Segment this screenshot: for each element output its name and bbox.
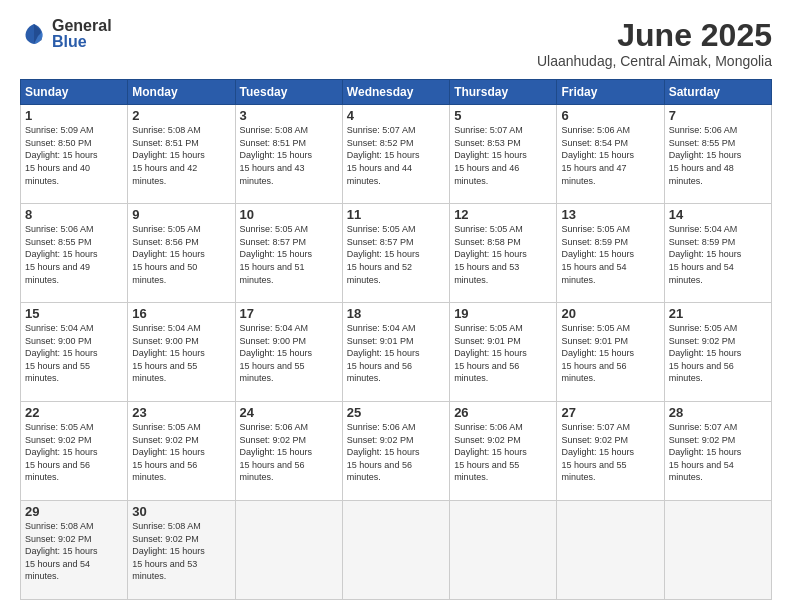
day-number: 4	[347, 108, 445, 123]
calendar-day-cell: 22Sunrise: 5:05 AMSunset: 9:02 PMDayligh…	[21, 402, 128, 501]
calendar-week-row: 29Sunrise: 5:08 AMSunset: 9:02 PMDayligh…	[21, 501, 772, 600]
calendar-day-cell: 28Sunrise: 5:07 AMSunset: 9:02 PMDayligh…	[664, 402, 771, 501]
weekday-header-friday: Friday	[557, 80, 664, 105]
day-info: Sunrise: 5:05 AMSunset: 8:57 PMDaylight:…	[347, 223, 445, 286]
weekday-header-row: SundayMondayTuesdayWednesdayThursdayFrid…	[21, 80, 772, 105]
day-number: 29	[25, 504, 123, 519]
day-number: 27	[561, 405, 659, 420]
day-number: 20	[561, 306, 659, 321]
calendar-day-cell: 17Sunrise: 5:04 AMSunset: 9:00 PMDayligh…	[235, 303, 342, 402]
day-info: Sunrise: 5:07 AMSunset: 9:02 PMDaylight:…	[561, 421, 659, 484]
calendar-day-cell: 23Sunrise: 5:05 AMSunset: 9:02 PMDayligh…	[128, 402, 235, 501]
weekday-header-saturday: Saturday	[664, 80, 771, 105]
day-info: Sunrise: 5:05 AMSunset: 9:02 PMDaylight:…	[669, 322, 767, 385]
day-info: Sunrise: 5:04 AMSunset: 9:00 PMDaylight:…	[25, 322, 123, 385]
calendar-day-cell: 14Sunrise: 5:04 AMSunset: 8:59 PMDayligh…	[664, 204, 771, 303]
weekday-header-wednesday: Wednesday	[342, 80, 449, 105]
weekday-header-monday: Monday	[128, 80, 235, 105]
day-number: 14	[669, 207, 767, 222]
day-number: 26	[454, 405, 552, 420]
calendar-day-cell: 27Sunrise: 5:07 AMSunset: 9:02 PMDayligh…	[557, 402, 664, 501]
weekday-header-sunday: Sunday	[21, 80, 128, 105]
logo-text: General Blue	[52, 18, 112, 50]
calendar-week-row: 1Sunrise: 5:09 AMSunset: 8:50 PMDaylight…	[21, 105, 772, 204]
calendar-day-cell: 25Sunrise: 5:06 AMSunset: 9:02 PMDayligh…	[342, 402, 449, 501]
day-number: 6	[561, 108, 659, 123]
day-info: Sunrise: 5:05 AMSunset: 8:57 PMDaylight:…	[240, 223, 338, 286]
location-subtitle: Ulaanhudag, Central Aimak, Mongolia	[537, 53, 772, 69]
day-number: 11	[347, 207, 445, 222]
day-info: Sunrise: 5:05 AMSunset: 8:59 PMDaylight:…	[561, 223, 659, 286]
day-info: Sunrise: 5:08 AMSunset: 8:51 PMDaylight:…	[132, 124, 230, 187]
calendar-day-cell: 12Sunrise: 5:05 AMSunset: 8:58 PMDayligh…	[450, 204, 557, 303]
day-info: Sunrise: 5:06 AMSunset: 9:02 PMDaylight:…	[240, 421, 338, 484]
day-info: Sunrise: 5:06 AMSunset: 9:02 PMDaylight:…	[454, 421, 552, 484]
day-info: Sunrise: 5:08 AMSunset: 8:51 PMDaylight:…	[240, 124, 338, 187]
calendar-week-row: 8Sunrise: 5:06 AMSunset: 8:55 PMDaylight…	[21, 204, 772, 303]
day-info: Sunrise: 5:08 AMSunset: 9:02 PMDaylight:…	[132, 520, 230, 583]
day-number: 3	[240, 108, 338, 123]
calendar-table: SundayMondayTuesdayWednesdayThursdayFrid…	[20, 79, 772, 600]
day-number: 7	[669, 108, 767, 123]
day-number: 25	[347, 405, 445, 420]
calendar-day-cell: 26Sunrise: 5:06 AMSunset: 9:02 PMDayligh…	[450, 402, 557, 501]
day-info: Sunrise: 5:05 AMSunset: 8:56 PMDaylight:…	[132, 223, 230, 286]
day-info: Sunrise: 5:08 AMSunset: 9:02 PMDaylight:…	[25, 520, 123, 583]
weekday-header-thursday: Thursday	[450, 80, 557, 105]
calendar-day-cell: 16Sunrise: 5:04 AMSunset: 9:00 PMDayligh…	[128, 303, 235, 402]
day-number: 2	[132, 108, 230, 123]
day-number: 13	[561, 207, 659, 222]
day-info: Sunrise: 5:07 AMSunset: 8:52 PMDaylight:…	[347, 124, 445, 187]
calendar-day-cell: 2Sunrise: 5:08 AMSunset: 8:51 PMDaylight…	[128, 105, 235, 204]
logo-general: General	[52, 18, 112, 34]
calendar-day-cell: 15Sunrise: 5:04 AMSunset: 9:00 PMDayligh…	[21, 303, 128, 402]
calendar-day-cell: 30Sunrise: 5:08 AMSunset: 9:02 PMDayligh…	[128, 501, 235, 600]
calendar-day-cell: 19Sunrise: 5:05 AMSunset: 9:01 PMDayligh…	[450, 303, 557, 402]
calendar-day-cell: 29Sunrise: 5:08 AMSunset: 9:02 PMDayligh…	[21, 501, 128, 600]
calendar-day-cell	[557, 501, 664, 600]
day-number: 5	[454, 108, 552, 123]
calendar-week-row: 15Sunrise: 5:04 AMSunset: 9:00 PMDayligh…	[21, 303, 772, 402]
day-number: 18	[347, 306, 445, 321]
day-number: 30	[132, 504, 230, 519]
day-number: 15	[25, 306, 123, 321]
calendar-day-cell: 20Sunrise: 5:05 AMSunset: 9:01 PMDayligh…	[557, 303, 664, 402]
day-number: 24	[240, 405, 338, 420]
calendar-day-cell: 13Sunrise: 5:05 AMSunset: 8:59 PMDayligh…	[557, 204, 664, 303]
calendar-day-cell: 21Sunrise: 5:05 AMSunset: 9:02 PMDayligh…	[664, 303, 771, 402]
calendar-day-cell: 5Sunrise: 5:07 AMSunset: 8:53 PMDaylight…	[450, 105, 557, 204]
calendar-day-cell: 18Sunrise: 5:04 AMSunset: 9:01 PMDayligh…	[342, 303, 449, 402]
day-info: Sunrise: 5:06 AMSunset: 8:54 PMDaylight:…	[561, 124, 659, 187]
month-title: June 2025	[537, 18, 772, 53]
weekday-header-tuesday: Tuesday	[235, 80, 342, 105]
calendar-day-cell: 24Sunrise: 5:06 AMSunset: 9:02 PMDayligh…	[235, 402, 342, 501]
calendar-day-cell	[664, 501, 771, 600]
title-block: June 2025 Ulaanhudag, Central Aimak, Mon…	[537, 18, 772, 69]
day-info: Sunrise: 5:05 AMSunset: 8:58 PMDaylight:…	[454, 223, 552, 286]
calendar-day-cell: 6Sunrise: 5:06 AMSunset: 8:54 PMDaylight…	[557, 105, 664, 204]
day-info: Sunrise: 5:04 AMSunset: 9:00 PMDaylight:…	[240, 322, 338, 385]
day-number: 17	[240, 306, 338, 321]
day-number: 8	[25, 207, 123, 222]
header: General Blue June 2025 Ulaanhudag, Centr…	[20, 18, 772, 69]
day-info: Sunrise: 5:04 AMSunset: 9:01 PMDaylight:…	[347, 322, 445, 385]
day-number: 12	[454, 207, 552, 222]
day-number: 1	[25, 108, 123, 123]
calendar-day-cell: 7Sunrise: 5:06 AMSunset: 8:55 PMDaylight…	[664, 105, 771, 204]
day-number: 19	[454, 306, 552, 321]
day-info: Sunrise: 5:05 AMSunset: 9:01 PMDaylight:…	[454, 322, 552, 385]
day-info: Sunrise: 5:09 AMSunset: 8:50 PMDaylight:…	[25, 124, 123, 187]
day-info: Sunrise: 5:06 AMSunset: 8:55 PMDaylight:…	[669, 124, 767, 187]
calendar-day-cell	[342, 501, 449, 600]
day-number: 10	[240, 207, 338, 222]
day-info: Sunrise: 5:04 AMSunset: 8:59 PMDaylight:…	[669, 223, 767, 286]
day-info: Sunrise: 5:07 AMSunset: 8:53 PMDaylight:…	[454, 124, 552, 187]
day-number: 16	[132, 306, 230, 321]
day-info: Sunrise: 5:05 AMSunset: 9:02 PMDaylight:…	[132, 421, 230, 484]
calendar-day-cell: 4Sunrise: 5:07 AMSunset: 8:52 PMDaylight…	[342, 105, 449, 204]
calendar-day-cell	[235, 501, 342, 600]
page: General Blue June 2025 Ulaanhudag, Centr…	[0, 0, 792, 612]
calendar-day-cell: 3Sunrise: 5:08 AMSunset: 8:51 PMDaylight…	[235, 105, 342, 204]
calendar-day-cell: 1Sunrise: 5:09 AMSunset: 8:50 PMDaylight…	[21, 105, 128, 204]
logo-icon	[20, 20, 48, 48]
